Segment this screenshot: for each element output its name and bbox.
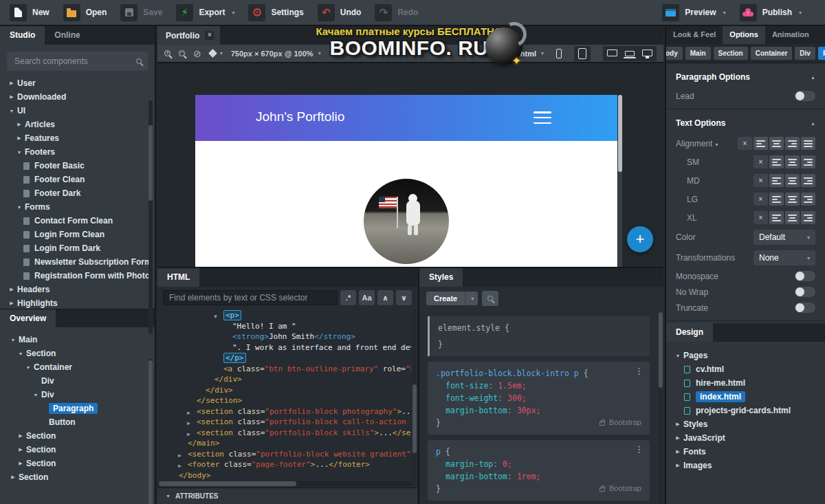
code-scrollbar-thumb[interactable] [412,384,417,453]
settings-button[interactable]: Settings [248,4,303,21]
color-dropdown[interactable]: Default ▾ [754,230,815,245]
tab-styles[interactable]: Styles [419,268,463,287]
component-item[interactable]: Newsletter Subscription Form [0,255,155,269]
triangle-down-icon[interactable]: ▼ [25,365,32,370]
triangle-right-icon[interactable]: ▶ [8,94,15,100]
tab-studio[interactable]: Studio [0,26,45,45]
design-group-pages[interactable]: ▼Pages [674,349,825,362]
overview-scrollbar-thumb[interactable] [148,360,153,504]
clear-alignment-button[interactable]: × [738,137,752,150]
undo-button[interactable]: Undo [318,4,362,21]
no-wrap-toggle[interactable] [795,287,815,297]
close-icon[interactable]: × [205,31,214,40]
text-options-header[interactable]: Text Options ▲ [666,109,825,134]
code-editor[interactable]: ▼<p>"Hello! I am "<strong>John Smith</st… [157,310,411,481]
align-right-button[interactable] [801,211,815,224]
export-button[interactable]: Export▾ [176,4,234,21]
tab-portfolio[interactable]: Portfolio × [157,26,220,45]
overview-node[interactable]: Button [0,415,155,429]
lead-toggle[interactable] [795,91,815,101]
code-line[interactable]: ▶<section class="portfolio-block photogr… [157,406,411,417]
page-item[interactable]: projects-grid-cards.html [674,404,825,417]
code-line[interactable]: </div> [157,374,411,385]
zoom-out-icon[interactable] [179,50,185,56]
redo-button[interactable]: Redo [375,4,418,21]
overview-scrollbar[interactable] [148,359,153,504]
align-right-button[interactable] [801,193,815,206]
component-search[interactable] [7,52,148,71]
align-left-button[interactable] [769,174,784,187]
code-hscrollbar[interactable] [157,481,412,486]
component-item[interactable]: Footer Dark [0,186,155,200]
search-input[interactable] [13,56,136,67]
disable-styles-icon[interactable] [193,48,201,59]
align-center-button[interactable] [769,137,784,150]
preview-page[interactable]: John's Porftolio [195,95,617,267]
clear-alignment-button[interactable]: × [754,174,768,187]
transformations-dropdown[interactable]: None ▾ [754,250,815,265]
triangle-down-icon[interactable]: ▼ [17,351,24,356]
component-item[interactable]: Contact Form Clean [0,214,155,228]
component-group[interactable]: ▶Features [0,131,155,145]
code-line[interactable]: </body> [157,470,411,481]
device-monitor-button[interactable] [642,50,652,58]
triangle-right-icon[interactable]: ▶ [674,435,681,441]
code-line[interactable]: </p> [157,353,411,364]
triangle-right-icon[interactable]: ▶ [16,122,23,127]
component-item[interactable]: Registration Form with Photo [0,269,155,283]
page-navbar[interactable]: John's Porftolio [195,95,617,141]
align-center-button[interactable] [785,193,800,206]
canvas-viewport[interactable]: John's Porftolio + [157,63,663,267]
component-item[interactable]: Footer Basic [0,159,155,173]
page-item[interactable]: cv.html [674,362,825,376]
overview-node[interactable]: ▼Div [0,388,155,402]
hamburger-menu-icon[interactable] [534,111,551,124]
align-left-button[interactable] [754,137,768,150]
find-elements-input[interactable] [163,290,338,305]
triangle-down-icon[interactable]: ▼ [16,150,23,155]
device-tablet-button[interactable] [574,46,591,61]
find-next-button[interactable]: ∨ [396,290,412,305]
page-item[interactable]: index.html [674,390,825,404]
overview-node[interactable]: Div [0,374,155,388]
align-left-button[interactable] [769,211,784,224]
align-center-button[interactable] [785,174,800,187]
overview-node[interactable]: ▶Section [0,443,155,457]
component-group[interactable]: ▶Highlights [0,296,155,308]
breadcrumb-div[interactable]: Div [795,47,815,60]
component-item[interactable]: Footer Clean [0,173,155,186]
match-case-button[interactable]: Aa [359,290,375,305]
triangle-right-icon[interactable]: ▶ [8,287,15,292]
find-previous-button[interactable]: ∧ [377,290,393,305]
code-line[interactable]: </main> [157,438,411,449]
tab-design[interactable]: Design [666,323,713,342]
triangle-down-icon[interactable]: ▼ [8,109,15,113]
save-button[interactable]: Save [120,4,162,21]
open-button[interactable]: Open [63,4,107,21]
triangle-down-icon[interactable]: ▼ [10,338,16,342]
code-line[interactable]: <a class="btn btn-outline-primary" role=… [157,364,411,375]
align-center-button[interactable] [785,155,800,168]
tab-html[interactable]: HTML [157,268,199,287]
align-right-button[interactable] [801,174,815,187]
device-laptop-button[interactable] [625,50,635,58]
page-scrollbar-thumb[interactable] [618,95,622,172]
align-left-button[interactable] [769,155,784,168]
code-line[interactable]: </div> [157,385,411,396]
triangle-down-icon[interactable]: ▼ [16,205,23,210]
breadcrumb-container[interactable]: Container [751,47,793,60]
profile-photo[interactable] [364,179,449,264]
code-line[interactable]: "Hello! I am " [157,321,411,332]
attributes-bar[interactable]: ▼ ATTRIBUTES [157,487,417,504]
tab-look-feel[interactable]: Look & Feel [666,26,723,44]
code-scrollbar[interactable] [412,310,417,482]
overview-node[interactable]: Paragraph [0,402,155,415]
component-item[interactable]: Login Form Clean [0,228,155,241]
component-group[interactable]: ▶Downloaded [0,90,155,104]
publish-button[interactable]: ↑Publish▾ [740,4,802,21]
code-line[interactable]: ▼<p> [157,310,411,321]
component-group[interactable]: ▶User [0,76,155,90]
triangle-right-icon[interactable]: ▶ [16,135,23,141]
monospace-toggle[interactable] [795,271,815,281]
triangle-right-icon[interactable]: ▶ [674,463,681,468]
